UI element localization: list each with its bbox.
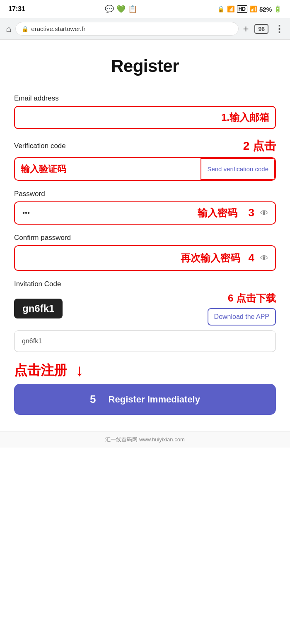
browser-bar: ⌂ 🔒 eractive.startower.fr + 96 ⋮ — [0, 18, 290, 40]
battery-icon: 🔋 — [274, 5, 282, 13]
confirm-password-group: Confirm password 再次输入密码 4 👁 — [14, 234, 276, 271]
arrow-down-icon: ↓ — [75, 361, 84, 380]
wechat-icon: 💚 — [116, 5, 126, 14]
hd-badge: HD — [237, 5, 247, 13]
message-icon: 💬 — [105, 5, 114, 14]
add-tab-button[interactable]: + — [243, 23, 249, 35]
verif-input-container: 输入验证码 — [15, 158, 201, 180]
invitation-label: Invitation Code — [14, 280, 276, 288]
email-label: Email address — [14, 94, 276, 103]
email-field-wrapper: 1.输入邮箱 — [14, 106, 276, 129]
watermark: 汇一线首码网 www.huiyixian.com — [0, 431, 290, 448]
register-btn-number: 5 — [90, 393, 96, 406]
browser-actions: + 96 ⋮ — [243, 23, 284, 35]
battery-label: 52% — [259, 6, 272, 13]
verification-input[interactable] — [15, 158, 201, 180]
status-icons: 💬 💚 📋 — [105, 5, 137, 14]
tab-count[interactable]: 96 — [254, 24, 268, 34]
confirm-input[interactable] — [15, 246, 275, 270]
email-group: Email address 1.输入邮箱 — [14, 94, 276, 129]
invitation-code-input[interactable] — [14, 330, 276, 352]
notification-icon: 📋 — [128, 5, 137, 14]
time: 17:31 — [8, 5, 25, 13]
verification-header-row: Verification code 2 点击 — [14, 138, 276, 154]
lock-icon: 🔒 — [217, 5, 225, 13]
home-icon[interactable]: ⌂ — [6, 24, 11, 34]
register-btn-label: Register Immediately — [109, 394, 200, 405]
download-section: 6 点击下载 Download the APP — [208, 292, 276, 326]
page-content: Register Email address 1.输入邮箱 Verificati… — [0, 40, 290, 431]
verification-label: Verification code — [14, 142, 66, 150]
url-text: eractive.startower.fr — [31, 25, 85, 32]
confirm-field-wrapper: 再次输入密码 4 👁 — [14, 245, 276, 271]
lock-url-icon: 🔒 — [22, 26, 29, 32]
password-eye-icon[interactable]: 👁 — [260, 208, 268, 218]
url-bar[interactable]: 🔒 eractive.startower.fr — [15, 22, 239, 36]
password-input[interactable] — [15, 202, 275, 224]
download-app-button[interactable]: Download the APP — [208, 308, 276, 326]
verification-input-wrapper: 输入验证码 Send verification code — [14, 157, 276, 181]
password-group: Password 输入密码 3 👁 — [14, 190, 276, 225]
invitation-code-badge: gn6fk1 — [14, 299, 63, 318]
confirm-label: Confirm password — [14, 234, 276, 242]
password-label: Password — [14, 190, 276, 198]
click-register-row: 点击注册 ↓ — [14, 361, 276, 380]
wifi-icon: 📶 — [227, 5, 235, 13]
send-verification-code-button[interactable]: Send verification code — [201, 158, 275, 180]
status-bar: 17:31 💬 💚 📋 🔒 📶 HD 📶 52% 🔋 — [0, 0, 290, 18]
signal-icon: 📶 — [249, 5, 257, 13]
download-annotation: 6 点击下载 — [228, 292, 276, 305]
password-field-wrapper: 输入密码 3 👁 — [14, 201, 276, 225]
invitation-group: Invitation Code gn6fk1 6 点击下载 Download t… — [14, 280, 276, 352]
click-register-label: 点击注册 — [14, 362, 67, 380]
status-right: 🔒 📶 HD 📶 52% 🔋 — [217, 5, 282, 13]
verification-group: Verification code 2 点击 输入验证码 Send verifi… — [14, 138, 276, 181]
step2-annotation: 2 点击 — [243, 138, 276, 154]
register-immediately-button[interactable]: 5 Register Immediately — [14, 384, 276, 415]
invitation-row: gn6fk1 6 点击下载 Download the APP — [14, 292, 276, 326]
menu-button[interactable]: ⋮ — [274, 23, 284, 35]
email-input[interactable] — [15, 107, 275, 128]
page-title: Register — [14, 56, 276, 76]
confirm-eye-icon[interactable]: 👁 — [260, 254, 268, 263]
